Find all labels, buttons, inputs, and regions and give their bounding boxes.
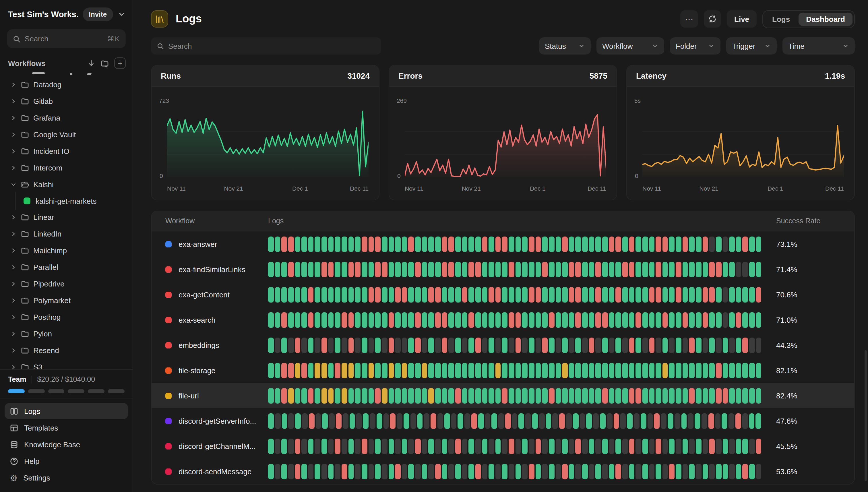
log-bar[interactable] <box>663 262 668 277</box>
filter-workflow[interactable]: Workflow <box>596 37 664 54</box>
log-bar[interactable] <box>502 236 507 252</box>
log-bar[interactable] <box>602 262 607 277</box>
table-row[interactable]: exa-search71.0% <box>152 307 854 333</box>
log-bar[interactable] <box>589 363 594 378</box>
toggle-option-logs[interactable]: Logs <box>765 13 797 26</box>
log-bar[interactable] <box>348 388 354 403</box>
log-bar[interactable] <box>395 287 400 302</box>
log-bar[interactable] <box>609 438 614 454</box>
log-bar[interactable] <box>716 363 721 378</box>
log-bar[interactable] <box>410 413 416 428</box>
log-bar[interactable] <box>342 363 347 378</box>
log-bar[interactable] <box>642 312 648 327</box>
log-bar[interactable] <box>716 438 721 454</box>
log-bar[interactable] <box>375 438 380 454</box>
log-bar[interactable] <box>348 363 354 378</box>
log-bar[interactable] <box>408 337 414 353</box>
log-bar[interactable] <box>669 287 674 302</box>
log-bar[interactable] <box>489 312 494 327</box>
log-bar[interactable] <box>689 388 695 403</box>
log-bar[interactable] <box>328 464 334 479</box>
log-bar[interactable] <box>663 464 668 479</box>
sidebar-folder-intercom[interactable]: Intercom <box>5 159 128 176</box>
table-row[interactable]: file-url82.4% <box>152 383 854 408</box>
log-bar[interactable] <box>468 236 474 252</box>
log-bar[interactable] <box>702 312 708 327</box>
log-bar[interactable] <box>515 388 521 403</box>
log-bar[interactable] <box>722 388 728 403</box>
sidebar-item-logs[interactable]: Logs <box>5 403 128 419</box>
log-bar[interactable] <box>655 287 661 302</box>
log-bar[interactable] <box>562 236 568 252</box>
log-bar[interactable] <box>649 287 654 302</box>
log-bar[interactable] <box>562 438 568 454</box>
log-bar[interactable] <box>609 236 614 252</box>
log-bar[interactable] <box>462 464 467 479</box>
log-bar[interactable] <box>295 438 300 454</box>
log-bar[interactable] <box>629 312 634 327</box>
log-bar[interactable] <box>729 337 735 353</box>
log-bar[interactable] <box>743 312 748 327</box>
log-bar[interactable] <box>489 464 494 479</box>
log-bar[interactable] <box>676 464 681 479</box>
log-bar[interactable] <box>649 388 654 403</box>
log-bar[interactable] <box>348 262 354 277</box>
log-bar[interactable] <box>702 464 708 479</box>
log-bar[interactable] <box>613 413 619 428</box>
log-bar[interactable] <box>636 262 641 277</box>
log-bar[interactable] <box>422 262 427 277</box>
log-bar[interactable] <box>749 337 754 353</box>
log-bar[interactable] <box>348 438 354 454</box>
log-bar[interactable] <box>315 464 320 479</box>
log-bar[interactable] <box>355 363 361 378</box>
log-bar[interactable] <box>309 413 315 428</box>
log-bar[interactable] <box>569 388 574 403</box>
sidebar-folder-polymarket[interactable]: Polymarket <box>5 292 128 309</box>
log-bar[interactable] <box>622 337 628 353</box>
log-bar[interactable] <box>682 438 688 454</box>
log-bar[interactable] <box>655 337 661 353</box>
log-bar[interactable] <box>408 262 414 277</box>
log-bar[interactable] <box>569 337 574 353</box>
log-bar[interactable] <box>335 312 341 327</box>
log-bar[interactable] <box>402 438 407 454</box>
table-row[interactable]: discord-sendMessage53.6% <box>152 459 854 484</box>
sidebar-workflow-kalshi-get-markets[interactable]: kalshi-get-markets <box>5 193 128 209</box>
log-bar[interactable] <box>335 388 341 403</box>
log-bar[interactable] <box>562 312 568 327</box>
log-bar[interactable] <box>555 236 561 252</box>
log-bar[interactable] <box>321 438 327 454</box>
log-bar[interactable] <box>575 337 581 353</box>
log-bar[interactable] <box>655 363 661 378</box>
log-bar[interactable] <box>301 312 307 327</box>
log-bar[interactable] <box>301 388 307 403</box>
log-bar[interactable] <box>743 363 748 378</box>
log-bar[interactable] <box>756 438 762 454</box>
log-bar[interactable] <box>451 413 457 428</box>
log-bar[interactable] <box>402 388 407 403</box>
log-bar[interactable] <box>289 413 294 428</box>
log-bar[interactable] <box>301 363 307 378</box>
log-bar[interactable] <box>622 236 628 252</box>
log-bar[interactable] <box>674 413 680 428</box>
log-bar[interactable] <box>415 464 421 479</box>
log-bar[interactable] <box>482 464 488 479</box>
log-bar[interactable] <box>268 388 274 403</box>
log-bar[interactable] <box>422 312 427 327</box>
log-bar[interactable] <box>743 388 748 403</box>
log-bar[interactable] <box>736 388 741 403</box>
log-bar[interactable] <box>502 363 507 378</box>
log-bar[interactable] <box>442 388 447 403</box>
log-bar[interactable] <box>355 262 361 277</box>
log-bar[interactable] <box>321 262 327 277</box>
log-bar[interactable] <box>663 287 668 302</box>
log-bar[interactable] <box>288 287 294 302</box>
log-bar[interactable] <box>458 413 464 428</box>
log-bar[interactable] <box>749 413 754 428</box>
log-bar[interactable] <box>482 236 488 252</box>
log-bar[interactable] <box>295 262 300 277</box>
log-bar[interactable] <box>529 337 534 353</box>
log-bar[interactable] <box>535 287 541 302</box>
log-bar[interactable] <box>579 413 585 428</box>
log-bar[interactable] <box>308 337 314 353</box>
